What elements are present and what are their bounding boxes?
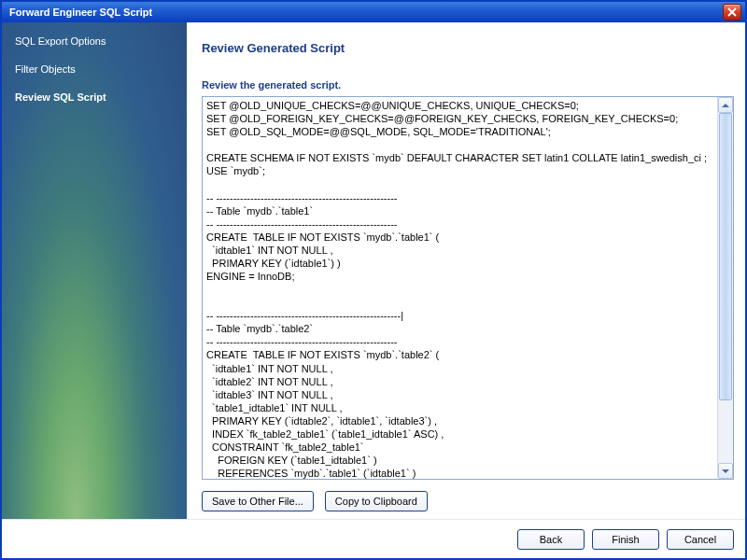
main-panel: Review Generated Script Review the gener… <box>187 22 745 519</box>
sidebar-item-label: Review SQL Script <box>15 91 106 103</box>
sidebar-item-sql-export-options[interactable]: SQL Export Options <box>11 34 177 49</box>
close-button[interactable] <box>723 4 741 21</box>
back-button[interactable]: Back <box>517 529 585 550</box>
sidebar-item-label: Filter Objects <box>15 63 76 75</box>
script-action-row: Save to Other File... Copy to Clipboard <box>202 491 734 511</box>
chevron-up-icon <box>722 102 729 109</box>
cancel-button[interactable]: Cancel <box>667 529 734 550</box>
scroll-up-button[interactable] <box>718 97 733 113</box>
vertical-scrollbar[interactable] <box>717 97 733 479</box>
page-subheading: Review the generated script. <box>202 79 734 91</box>
close-icon <box>727 7 737 17</box>
page-heading: Review Generated Script <box>202 41 734 55</box>
sidebar-item-filter-objects[interactable]: Filter Objects <box>11 62 177 77</box>
scroll-thumb[interactable] <box>719 113 732 400</box>
titlebar: Forward Engineer SQL Script <box>2 2 745 22</box>
client-area: SQL Export Options Filter Objects Review… <box>2 22 745 519</box>
scroll-track[interactable] <box>718 113 733 463</box>
sidebar: SQL Export Options Filter Objects Review… <box>2 22 187 519</box>
script-textarea-wrap: SET @OLD_UNIQUE_CHECKS=@@UNIQUE_CHECKS, … <box>202 96 734 480</box>
wizard-window: Forward Engineer SQL Script SQL Export O… <box>0 0 747 560</box>
sidebar-item-label: SQL Export Options <box>15 35 106 47</box>
chevron-down-icon <box>722 468 729 475</box>
window-title: Forward Engineer SQL Script <box>9 7 723 18</box>
sidebar-item-review-sql-script[interactable]: Review SQL Script <box>11 90 177 105</box>
scroll-down-button[interactable] <box>718 463 733 479</box>
script-textarea[interactable]: SET @OLD_UNIQUE_CHECKS=@@UNIQUE_CHECKS, … <box>203 97 717 479</box>
wizard-footer: Back Finish Cancel <box>2 519 745 558</box>
finish-button[interactable]: Finish <box>592 529 659 550</box>
copy-to-clipboard-button[interactable]: Copy to Clipboard <box>325 491 428 511</box>
save-to-file-button[interactable]: Save to Other File... <box>202 491 314 511</box>
